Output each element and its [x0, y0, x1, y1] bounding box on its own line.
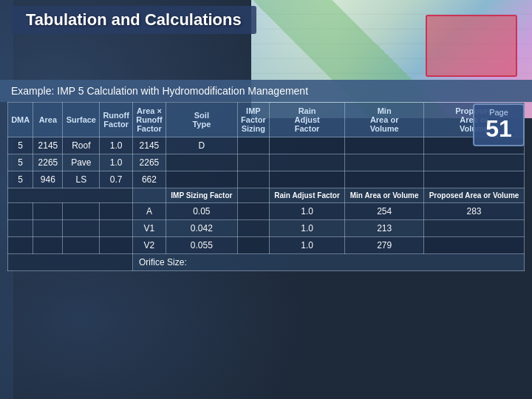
col-surface: Surface — [63, 103, 100, 137]
table-cell — [237, 154, 269, 171]
table-cell: 5 — [8, 171, 33, 188]
table-cell — [8, 220, 33, 237]
table-cell: 279 — [345, 237, 424, 254]
table-cell: 5 — [8, 137, 33, 154]
table-cell: 1.0 — [269, 220, 344, 237]
title-bar: Tabulation and Calculations — [11, 6, 256, 34]
col-soil-type: SoilType — [166, 103, 237, 137]
table-cell — [166, 154, 237, 171]
table-cell: 213 — [345, 220, 424, 237]
subtitle-text: Example: IMP 5 Calculation with Hydromod… — [11, 85, 308, 97]
col-area-runoff: Area ×RunoffFactor — [133, 103, 166, 137]
table-cell: V2 — [133, 237, 166, 254]
page-title: Tabulation and Calculations — [26, 10, 242, 29]
table-cell: 946 — [33, 171, 63, 188]
col-dma: DMA — [8, 103, 33, 137]
table-cell — [269, 171, 344, 188]
table-cell: Roof — [63, 137, 100, 154]
table-cell: 0.055 — [166, 237, 237, 254]
table-cell: 254 — [345, 203, 424, 220]
table-cell: 2145 — [33, 137, 63, 154]
table-cell — [269, 154, 344, 171]
rain-label: Rain Adjust Factor — [269, 188, 344, 203]
table-cell: A — [133, 203, 166, 220]
table-cell — [345, 154, 424, 171]
table-cell: 1.0 — [100, 137, 133, 154]
table-row: 52145Roof1.02145D — [8, 137, 525, 154]
subtitle-bar: Example: IMP 5 Calculation with Hydromod… — [0, 80, 532, 102]
table-row: V10.0421.0213 — [8, 220, 525, 237]
table-row: 52265Pave1.02265 — [8, 154, 525, 171]
table-cell — [33, 220, 63, 237]
table-cell — [237, 137, 269, 154]
table-row: V20.0551.0279 — [8, 237, 525, 254]
table-row: IMP Sizing Factor Rain Adjust Factor Min… — [8, 188, 525, 203]
table-cell: 662 — [133, 171, 166, 188]
table-cell: 0.05 — [166, 203, 237, 220]
table-cell: 1.0 — [100, 154, 133, 171]
table-cell — [33, 237, 63, 254]
table-cell — [237, 171, 269, 188]
table-cell — [63, 203, 100, 220]
table-cell — [166, 171, 237, 188]
table-container: DMA Area Surface RunoffFactor Area ×Runo… — [7, 102, 525, 271]
table-cell — [424, 220, 525, 237]
min-label: Min Area or Volume — [345, 188, 424, 203]
table-cell — [8, 237, 33, 254]
table-cell: Pave — [63, 154, 100, 171]
label-cell — [133, 188, 166, 203]
table-row: Orifice Size: — [8, 254, 525, 271]
table-cell — [424, 154, 525, 171]
table-cell: D — [166, 137, 237, 154]
main-table: DMA Area Surface RunoffFactor Area ×Runo… — [7, 102, 525, 271]
col-runoff-factor: RunoffFactor — [100, 103, 133, 137]
table-cell — [8, 203, 33, 220]
col-imp-factor: IMPFactorSizing — [237, 103, 269, 137]
col-rain-adjust: RainAdjustFactor — [269, 103, 344, 137]
table-cell — [100, 220, 133, 237]
table-cell — [269, 137, 344, 154]
table-cell: 0.7 — [100, 171, 133, 188]
table-cell: 2265 — [133, 154, 166, 171]
orifice-label: Orifice Size: — [133, 254, 525, 271]
table-cell: 5 — [8, 154, 33, 171]
table-cell: 2265 — [33, 154, 63, 171]
imp-label: IMP Sizing Factor — [166, 188, 237, 203]
empty-cell — [8, 254, 133, 271]
col-min-area: MinArea orVolume — [345, 103, 424, 137]
header-row: DMA Area Surface RunoffFactor Area ×Runo… — [8, 103, 525, 137]
page-badge: Page 51 — [473, 103, 525, 146]
table-cell — [237, 203, 269, 220]
table-cell: 1.0 — [269, 203, 344, 220]
table-cell: 1.0 — [269, 237, 344, 254]
table-cell — [63, 220, 100, 237]
empty-cell — [8, 188, 133, 203]
table-cell: LS — [63, 171, 100, 188]
table-row: A0.051.0254283 — [8, 203, 525, 220]
table-cell — [33, 203, 63, 220]
col-area: Area — [33, 103, 63, 137]
table-cell — [424, 171, 525, 188]
table-cell — [100, 203, 133, 220]
table-cell — [424, 237, 525, 254]
page-number: 51 — [485, 115, 512, 142]
table-cell — [345, 171, 424, 188]
table-cell: 283 — [424, 203, 525, 220]
table-cell — [63, 237, 100, 254]
table-row: 5946LS0.7662 — [8, 171, 525, 188]
table-cell: 0.042 — [166, 220, 237, 237]
table-cell — [345, 137, 424, 154]
table-cell — [100, 237, 133, 254]
proposed-label: Proposed Area or Volume — [424, 188, 525, 203]
table-cell — [237, 220, 269, 237]
table-cell — [237, 237, 269, 254]
table-cell: 2145 — [133, 137, 166, 154]
empty-cell — [237, 188, 269, 203]
table-cell: V1 — [133, 220, 166, 237]
